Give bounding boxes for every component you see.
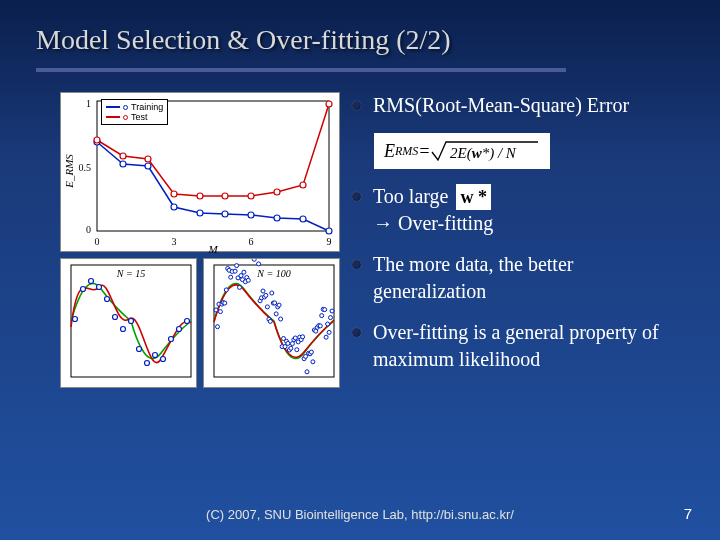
bullet-more-data: The more data, the better generalization — [352, 251, 676, 305]
svg-text:E_RMS: E_RMS — [63, 154, 75, 189]
svg-point-43 — [169, 337, 174, 342]
svg-point-79 — [261, 289, 265, 293]
bullet-icon — [352, 192, 361, 201]
n15-label: N = 15 — [116, 268, 145, 279]
svg-point-124 — [327, 330, 331, 334]
svg-point-54 — [224, 288, 228, 292]
svg-point-28 — [300, 182, 306, 188]
svg-point-42 — [161, 357, 166, 362]
svg-point-17 — [274, 215, 280, 221]
svg-point-21 — [120, 153, 126, 159]
svg-point-36 — [113, 315, 118, 320]
figures-column: 0 0.5 1 0 3 6 9 M E_RMS — [60, 92, 340, 388]
svg-point-82 — [265, 305, 269, 309]
page-number: 7 — [684, 505, 692, 522]
svg-point-47 — [214, 308, 218, 312]
svg-point-34 — [97, 285, 102, 290]
svg-text:1: 1 — [86, 98, 91, 109]
svg-text:2E(w*) / N: 2E(w*) / N — [450, 145, 517, 162]
svg-point-31 — [73, 317, 78, 322]
slide-footer: (C) 2007, SNU Biointelligence Lab, http:… — [0, 507, 720, 522]
svg-point-125 — [329, 316, 333, 320]
svg-text:6: 6 — [249, 236, 254, 247]
svg-text:9: 9 — [327, 236, 332, 247]
svg-point-119 — [320, 314, 324, 318]
svg-point-45 — [185, 319, 190, 324]
svg-text:0: 0 — [86, 224, 91, 235]
svg-point-57 — [229, 275, 233, 279]
svg-point-40 — [145, 361, 150, 366]
rms-formula: ERMS = 2E(w*) / N — [374, 133, 676, 169]
svg-point-11 — [120, 161, 126, 167]
bullet-icon — [352, 260, 361, 269]
svg-point-50 — [218, 310, 222, 314]
svg-point-91 — [279, 317, 283, 321]
svg-point-121 — [323, 308, 327, 312]
svg-point-12 — [145, 163, 151, 169]
svg-point-27 — [274, 189, 280, 195]
bullets-column: RMS(Root-Mean-Square) Error ERMS = 2E(w*… — [352, 92, 696, 388]
svg-point-73 — [252, 259, 256, 261]
bullet-icon — [352, 328, 361, 337]
svg-point-19 — [326, 228, 332, 234]
svg-point-15 — [222, 211, 228, 217]
slide-title: Model Selection & Over-fitting (2/2) — [36, 24, 684, 56]
svg-point-69 — [246, 278, 250, 282]
svg-text:3: 3 — [172, 236, 177, 247]
svg-point-14 — [197, 210, 203, 216]
svg-point-38 — [129, 319, 134, 324]
n100-label: N = 100 — [256, 268, 290, 279]
svg-point-87 — [273, 301, 277, 305]
svg-point-113 — [311, 360, 315, 364]
svg-point-126 — [330, 309, 334, 313]
svg-point-122 — [324, 335, 328, 339]
svg-point-63 — [238, 285, 242, 289]
bullet-too-large: Too large w * → Over-fitting — [352, 183, 676, 237]
bullet-rms: RMS(Root-Mean-Square) Error — [352, 92, 676, 119]
bullet-icon — [352, 101, 361, 110]
svg-point-102 — [295, 348, 299, 352]
svg-point-123 — [326, 322, 330, 326]
svg-point-101 — [293, 336, 297, 340]
svg-point-41 — [153, 353, 158, 358]
svg-point-99 — [290, 342, 294, 346]
svg-point-109 — [305, 370, 309, 374]
svg-point-88 — [274, 312, 278, 316]
svg-point-84 — [268, 319, 272, 323]
svg-point-23 — [171, 191, 177, 197]
n100-chart: N = 100 — [203, 258, 340, 388]
svg-point-60 — [233, 269, 237, 273]
svg-point-18 — [300, 216, 306, 222]
svg-point-33 — [89, 279, 94, 284]
svg-point-20 — [94, 137, 100, 143]
svg-point-61 — [235, 264, 239, 268]
svg-point-22 — [145, 156, 151, 162]
w-star-symbol: w * — [456, 184, 491, 210]
chart-legend: Training Test — [101, 99, 168, 125]
svg-point-106 — [301, 335, 305, 339]
svg-point-26 — [248, 193, 254, 199]
svg-point-44 — [177, 327, 182, 332]
svg-text:M: M — [207, 243, 218, 253]
svg-point-81 — [264, 293, 268, 297]
svg-point-32 — [81, 287, 86, 292]
svg-text:0: 0 — [95, 236, 100, 247]
svg-point-13 — [171, 204, 177, 210]
svg-point-53 — [223, 301, 227, 305]
svg-point-25 — [222, 193, 228, 199]
svg-point-24 — [197, 193, 203, 199]
svg-point-76 — [257, 262, 261, 266]
svg-point-85 — [270, 291, 274, 295]
bullet-ml-property: Over-fitting is a general property of ma… — [352, 319, 676, 373]
svg-point-112 — [309, 350, 313, 354]
svg-point-35 — [105, 297, 110, 302]
svg-point-16 — [248, 212, 254, 218]
svg-point-39 — [137, 347, 142, 352]
svg-point-66 — [242, 270, 246, 274]
svg-point-64 — [239, 274, 243, 278]
svg-text:0.5: 0.5 — [79, 162, 92, 173]
n15-chart: N = 15 — [60, 258, 197, 388]
svg-point-96 — [286, 341, 290, 345]
svg-point-118 — [318, 324, 322, 328]
svg-point-90 — [277, 303, 281, 307]
